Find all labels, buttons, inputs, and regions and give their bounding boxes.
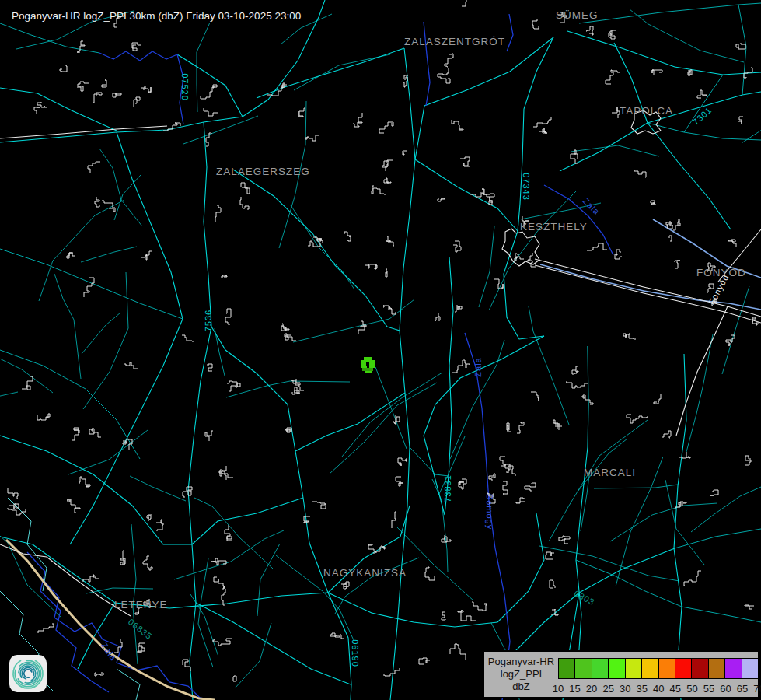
village-outline — [67, 253, 75, 258]
village-outline — [442, 535, 451, 542]
village-outline — [403, 151, 407, 155]
village-outline — [365, 264, 377, 269]
village-outline — [738, 116, 742, 124]
minor-road — [686, 334, 713, 452]
road-label: 07520 — [180, 73, 190, 101]
village-outline — [572, 366, 578, 374]
legend-radar-name: Poganyvar-HR — [484, 656, 558, 668]
legend-tick: 40 — [653, 683, 664, 695]
city-label: MARCALI — [584, 467, 636, 478]
legend-tick: 45 — [670, 683, 681, 695]
legend-tick: 50 — [686, 683, 697, 695]
village-outline — [89, 429, 101, 437]
legend-tick: 30 — [620, 683, 630, 695]
village-outline — [459, 479, 466, 489]
road-label: 7536 — [204, 310, 213, 331]
village-outline — [292, 387, 299, 394]
city-label: SÜMEG — [556, 9, 599, 21]
village-outline — [79, 477, 90, 487]
minor-road — [235, 623, 271, 688]
minor-road — [294, 54, 390, 90]
village-outline — [450, 644, 466, 660]
village-outline — [651, 201, 656, 205]
village-outline — [546, 552, 554, 559]
village-outline — [9, 503, 19, 509]
village-outline — [95, 197, 99, 207]
village-outline — [392, 512, 396, 528]
radar-map: SÜMEGZALASZENTGRÓTTAPOLCAZALAEGERSZEGKES… — [0, 0, 761, 700]
village-outline — [710, 490, 718, 495]
minor-road — [226, 381, 350, 397]
minor-road — [198, 558, 213, 667]
village-outline — [8, 508, 26, 515]
minor-road — [83, 272, 128, 409]
village-outline — [460, 157, 470, 166]
minor-road — [130, 476, 186, 501]
village-outline — [358, 321, 366, 334]
village-outline — [372, 186, 386, 194]
village-outline — [697, 90, 707, 98]
road-label: 73831 — [443, 474, 452, 502]
village-outline — [383, 668, 400, 676]
legend-color-cell — [558, 658, 575, 679]
minor-road — [549, 420, 648, 541]
legend-tick: 25 — [602, 683, 613, 695]
legend-tick: 10 — [553, 683, 564, 695]
village-outline — [384, 178, 391, 183]
minor-road — [81, 247, 137, 262]
village-outline — [438, 68, 450, 83]
minor-road — [190, 594, 218, 656]
minor-road — [722, 286, 749, 374]
village-outline — [634, 170, 646, 177]
village-outline — [141, 86, 151, 93]
road-label: 6803 — [572, 588, 596, 607]
village-outline — [383, 306, 392, 309]
village-outline — [507, 423, 511, 432]
minor-road — [610, 503, 717, 541]
village-outline — [744, 68, 752, 78]
village-outline — [472, 602, 487, 611]
village-outline — [368, 544, 376, 553]
legend-color-cell — [574, 658, 592, 679]
village-outline — [305, 135, 319, 141]
village-outline — [211, 558, 218, 562]
echo-pixel — [362, 368, 373, 371]
village-outline — [688, 70, 692, 75]
village-outline — [382, 160, 393, 170]
village-outline — [396, 477, 403, 486]
village-outline — [503, 481, 508, 494]
minor-road — [742, 77, 761, 143]
legend-tick: 35 — [637, 683, 648, 695]
village-outline — [550, 580, 555, 588]
village-outline — [393, 415, 400, 424]
village-outline — [528, 253, 536, 267]
village-outline — [124, 362, 138, 369]
minor-road — [82, 313, 120, 354]
minor-road — [114, 175, 141, 220]
village-outline — [141, 251, 152, 260]
village-outline — [501, 464, 515, 476]
minor-road — [0, 392, 18, 398]
village-outline — [208, 364, 212, 371]
minor-road — [630, 9, 744, 62]
village-outlines — [8, 0, 759, 681]
village-outline — [22, 376, 33, 390]
village-outline — [113, 93, 121, 97]
village-outline — [386, 269, 388, 277]
village-outline — [132, 43, 141, 51]
village-outline — [281, 324, 289, 331]
village-outline — [684, 571, 701, 586]
village-outline — [37, 414, 50, 420]
minor-road — [39, 200, 124, 301]
road-label: Zala — [581, 196, 602, 216]
village-outline — [34, 107, 40, 114]
village-outline — [353, 113, 362, 127]
village-outline — [652, 70, 662, 75]
village-outline — [403, 75, 408, 87]
minor-road — [571, 145, 659, 156]
village-outline — [341, 582, 349, 589]
minor-road — [54, 274, 81, 379]
village-outline — [83, 575, 99, 582]
village-outline — [213, 639, 232, 646]
village-outline — [455, 306, 462, 312]
